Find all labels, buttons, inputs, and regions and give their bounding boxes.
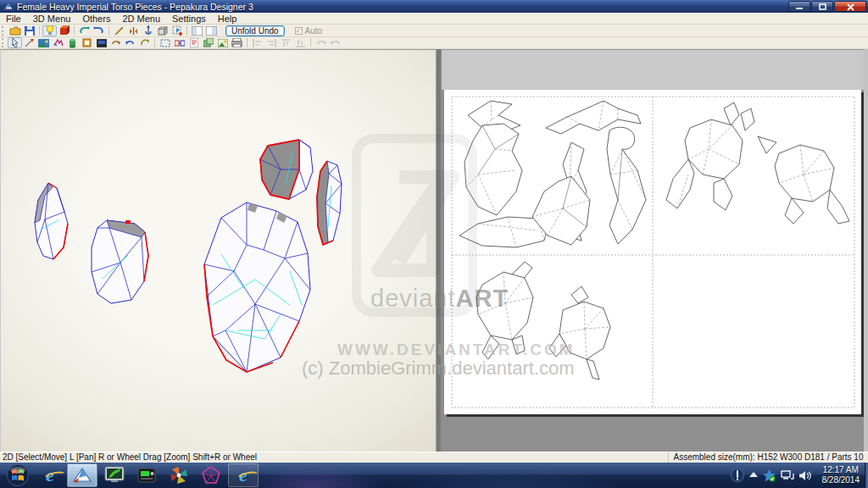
undo-icon[interactable] — [77, 25, 92, 36]
paint-colors-icon[interactable] — [51, 37, 65, 48]
2d-scrollbar[interactable] — [864, 49, 868, 452]
marquee-icon[interactable] — [158, 37, 172, 48]
menu-3d[interactable]: 3D Menu — [27, 13, 77, 25]
app-icon — [3, 2, 14, 11]
3d-piece-left-small — [35, 183, 68, 259]
pepakura-window: Female Heavy Imperial Torso Pieces - Pep… — [0, 0, 868, 488]
menu-file[interactable]: File — [0, 13, 27, 25]
menu-2d[interactable]: 2D Menu — [116, 13, 166, 25]
dark-screen-icon[interactable] — [94, 37, 108, 48]
export-image-icon[interactable] — [215, 37, 230, 48]
auto-checkbox[interactable]: ✓ Auto — [295, 26, 323, 36]
taskbar-fern-app[interactable] — [99, 463, 130, 487]
2d-toolbar — [0, 37, 868, 49]
rotate-left-icon[interactable] — [108, 37, 123, 48]
minimize-button[interactable] — [788, 1, 810, 12]
join-parts-icon[interactable] — [172, 37, 186, 48]
solid-box-icon[interactable] — [155, 25, 170, 36]
auto-checkbox-label: Auto — [305, 26, 323, 36]
network-tray-icon[interactable] — [781, 469, 794, 481]
layers-icon[interactable] — [201, 37, 215, 48]
2d-view-margin — [442, 49, 868, 90]
taskbar-model-viewer[interactable] — [196, 463, 226, 487]
pen-tablet-tray-icon[interactable] — [731, 469, 744, 482]
align-top-icon — [279, 37, 293, 48]
menu-settings[interactable]: Settings — [166, 13, 212, 25]
main-toolbar: Unfold Undo ✓ Auto — [0, 25, 868, 37]
select-move-icon[interactable] — [8, 37, 22, 48]
menu-bar: File 3D Menu Others 2D Menu Settings Hel… — [0, 13, 868, 25]
3d-viewport[interactable] — [0, 49, 436, 452]
status-assembled-size: Assembled size(mm): H152 W300 D181 / Par… — [669, 452, 868, 463]
texture-image-icon[interactable] — [36, 37, 51, 48]
toolbar-grip[interactable] — [2, 38, 6, 47]
window-layout-right-icon[interactable] — [204, 25, 219, 36]
knife-icon[interactable] — [22, 37, 36, 48]
panel-splitter[interactable] — [436, 49, 442, 452]
move-anchor-icon[interactable] — [141, 25, 155, 36]
pepakura-bird-icon — [72, 466, 92, 485]
pattern-page3 — [476, 262, 610, 380]
title-bar[interactable]: Female Heavy Imperial Torso Pieces - Pep… — [0, 0, 868, 13]
select-flag-icon[interactable] — [170, 25, 184, 36]
taskbar-internet-explorer-2[interactable]: e — [228, 463, 259, 487]
loop-back-icon — [314, 37, 328, 48]
light-toggle-icon[interactable] — [42, 25, 57, 36]
3d-piece-top-dark — [260, 140, 313, 199]
maximize-button[interactable] — [811, 1, 833, 12]
security-tray-icon[interactable] — [763, 469, 776, 482]
toolbar-grip[interactable] — [2, 26, 6, 36]
status-hint-text: 2D [Select/Move] L [Pan] R or Wheel Drag… — [0, 452, 669, 463]
unfold-undo-button[interactable]: Unfold Undo — [225, 25, 285, 36]
save-icon[interactable] — [22, 25, 36, 36]
menu-others[interactable]: Others — [76, 13, 116, 25]
part-note-icon[interactable] — [186, 37, 201, 48]
3d-piece-large-torso — [204, 202, 310, 372]
pattern-page-sheet[interactable] — [444, 90, 861, 414]
box-orange-icon[interactable] — [80, 37, 94, 48]
align-bottom-icon — [293, 37, 308, 48]
redo-icon[interactable] — [92, 25, 106, 36]
taskbar-photo-viewer[interactable] — [164, 463, 194, 487]
window-layout-left-icon[interactable] — [190, 25, 204, 36]
menu-help[interactable]: Help — [212, 13, 243, 25]
print-icon[interactable] — [230, 37, 244, 48]
taskbar-internet-explorer[interactable]: e — [35, 463, 65, 487]
clock-time: 12:17 AM — [822, 465, 860, 475]
windows-taskbar: e — [0, 463, 868, 488]
3d-piece-mid-small — [92, 220, 148, 303]
align-left-icon — [250, 37, 264, 48]
hidden-icons-button[interactable] — [749, 472, 758, 479]
open-file-icon[interactable] — [8, 25, 22, 36]
taskbar-media-device[interactable] — [131, 463, 162, 487]
flip-piece-icon[interactable] — [126, 25, 141, 36]
pattern-page1 — [459, 101, 646, 247]
edit-pen-icon[interactable] — [112, 25, 126, 36]
taskbar-pepakura-active[interactable] — [67, 463, 97, 487]
taskbar-clock[interactable]: 12:17 AM 8/28/2014 — [817, 465, 865, 485]
align-right-icon — [264, 37, 279, 48]
pattern-page2 — [666, 103, 849, 224]
clock-date: 8/28/2014 — [822, 475, 860, 485]
texture-cube-icon[interactable] — [57, 25, 71, 36]
volume-tray-icon[interactable] — [799, 470, 812, 481]
auto-checkbox-box[interactable]: ✓ — [295, 27, 303, 35]
rotate-right-icon[interactable] — [123, 37, 137, 48]
status-bar: 2D [Select/Move] L [Pan] R or Wheel Drag… — [0, 452, 868, 463]
show-desktop-button[interactable] — [865, 463, 868, 488]
2d-viewport[interactable] — [442, 49, 868, 452]
3d-piece-right-small — [317, 161, 342, 245]
cylinder-icon[interactable] — [65, 37, 80, 48]
start-button[interactable] — [3, 463, 33, 487]
close-button[interactable] — [834, 1, 866, 12]
rotate-reset-icon[interactable] — [137, 37, 152, 48]
window-title: Female Heavy Imperial Torso Pieces - Pep… — [17, 2, 253, 12]
loop-forward-icon — [328, 37, 342, 48]
